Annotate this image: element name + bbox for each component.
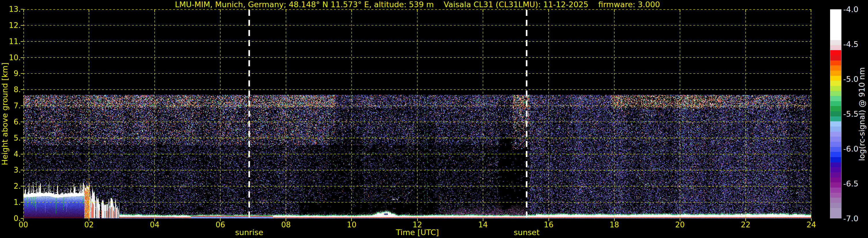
colorbar-segment <box>830 91 841 96</box>
x-tick-mark <box>483 218 484 221</box>
y-tick-label: 5. <box>0 134 21 142</box>
x-tick-label: 14 <box>478 220 488 229</box>
y-tick-label: 13. <box>0 5 21 13</box>
colorbar-segment <box>830 198 841 203</box>
x-tick-mark <box>351 218 352 221</box>
y-tick-mark <box>21 154 23 154</box>
colorbar-tick-label: -6.5 <box>843 179 859 188</box>
sunset-annotation: sunset <box>514 228 539 237</box>
x-axis-label: Time [UTC] <box>396 228 439 237</box>
colorbar-segment <box>830 101 841 106</box>
x-tick-mark <box>23 218 24 221</box>
y-tick-mark <box>21 106 23 106</box>
colorbar-segment <box>830 86 841 91</box>
colorbar-segment <box>830 172 841 178</box>
y-tick-label: 12. <box>0 21 21 30</box>
x-tick-mark <box>89 218 89 221</box>
y-tick-label: 4. <box>0 150 21 158</box>
y-tick-mark <box>21 41 23 42</box>
sunrise-annotation: sunrise <box>235 228 264 237</box>
colorbar-segment <box>830 142 841 147</box>
x-tick-mark <box>745 218 746 221</box>
colorbar-segment <box>830 45 841 51</box>
y-tick-mark <box>21 186 23 186</box>
y-tick-mark <box>21 57 23 58</box>
y-tick-label: 7. <box>0 101 21 110</box>
colorbar-segment <box>830 193 841 198</box>
y-tick-label: 1. <box>0 198 21 207</box>
colorbar-label: log(rc-signal) @ 910 nm <box>857 67 866 161</box>
x-tick-label: 08 <box>281 220 291 229</box>
x-tick-mark <box>154 218 155 221</box>
y-tick-label: 10. <box>0 53 21 62</box>
colorbar-segment <box>830 132 841 137</box>
colorbar-tick-label: -6.0 <box>843 144 859 153</box>
colorbar-tick-label: -7.0 <box>843 214 859 223</box>
colorbar-segment <box>830 40 841 45</box>
colorbar-segment <box>830 55 841 60</box>
x-tick-label: 06 <box>216 220 225 229</box>
x-tick-label: 18 <box>610 220 619 229</box>
x-tick-mark <box>549 218 549 221</box>
colorbar-segment <box>830 167 841 172</box>
colorbar <box>830 9 841 218</box>
y-tick-mark <box>21 202 23 203</box>
colorbar-segment <box>830 81 841 86</box>
y-tick-mark <box>21 170 23 170</box>
colorbar-tick-label: -4.0 <box>843 5 859 14</box>
y-tick-label: 2. <box>0 182 21 190</box>
colorbar-segment <box>830 50 841 55</box>
colorbar-segment <box>830 203 841 208</box>
x-tick-label: 10 <box>347 220 356 229</box>
colorbar-segment <box>830 187 841 193</box>
y-tick-mark <box>21 89 23 90</box>
colorbar-segment <box>830 137 841 142</box>
x-tick-mark <box>417 218 418 221</box>
colorbar-segment <box>830 65 841 70</box>
colorbar-segment <box>830 157 841 162</box>
colorbar-segment <box>830 152 841 157</box>
y-tick-mark <box>21 25 23 26</box>
colorbar-segment <box>830 208 841 218</box>
y-tick-mark <box>21 122 23 122</box>
x-tick-label: 22 <box>741 220 750 229</box>
colorbar-segment <box>830 116 841 122</box>
x-tick-label: 00 <box>19 220 28 229</box>
y-tick-label: 8. <box>0 85 21 94</box>
x-tick-mark <box>680 218 680 221</box>
x-tick-mark <box>220 218 220 221</box>
x-tick-mark <box>614 218 615 221</box>
ceilometer-quicklook: LMU-MIM, Munich, Germany; 48.148° N 11.5… <box>0 0 868 238</box>
colorbar-tick-label: -4.5 <box>843 40 859 49</box>
y-tick-mark <box>21 138 23 138</box>
colorbar-segment <box>830 70 841 76</box>
x-tick-label: 02 <box>84 220 94 229</box>
colorbar-segment <box>830 96 841 101</box>
colorbar-segment <box>830 111 841 116</box>
colorbar-segment <box>830 9 841 40</box>
colorbar-segment <box>830 178 841 183</box>
colorbar-segment <box>830 182 841 187</box>
y-tick-label: 11. <box>0 37 21 46</box>
x-tick-mark <box>286 218 286 221</box>
y-tick-label: 6. <box>0 118 21 126</box>
y-tick-label: 9. <box>0 69 21 78</box>
colorbar-tick-label: -5.5 <box>843 110 859 118</box>
colorbar-segment <box>830 126 841 132</box>
colorbar-segment <box>830 76 841 81</box>
plot-title: LMU-MIM, Munich, Germany; 48.148° N 11.5… <box>175 0 660 9</box>
colorbar-segment <box>830 106 841 111</box>
y-tick-mark <box>21 73 23 74</box>
x-tick-label: 16 <box>544 220 553 229</box>
y-tick-label: 0. <box>0 214 21 223</box>
colorbar-segment <box>830 60 841 66</box>
x-tick-label: 24 <box>806 220 816 229</box>
colorbar-segment <box>830 147 841 152</box>
x-tick-mark <box>811 218 812 221</box>
y-tick-label: 3. <box>0 166 21 174</box>
colorbar-tick-label: -5.0 <box>843 75 859 84</box>
x-tick-label: 12 <box>412 220 422 229</box>
x-tick-label: 20 <box>675 220 685 229</box>
y-tick-mark <box>21 9 23 9</box>
x-tick-label: 04 <box>150 220 159 229</box>
